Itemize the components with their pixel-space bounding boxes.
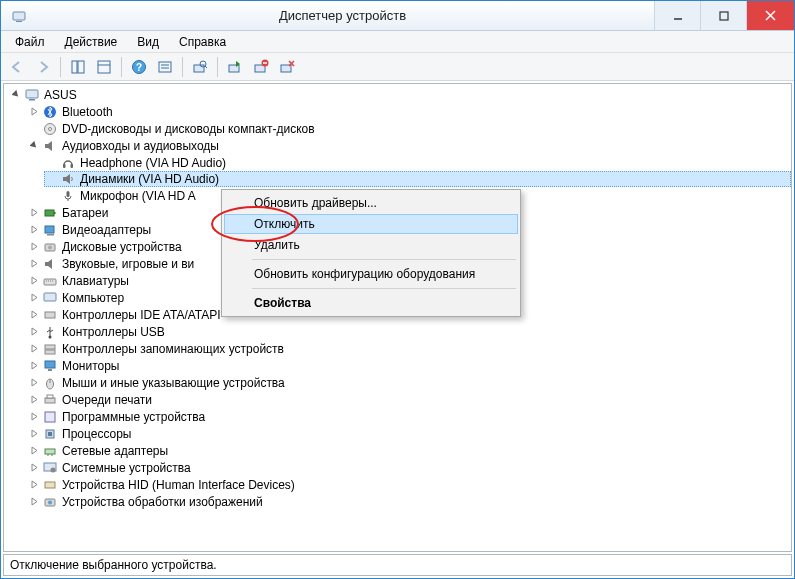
expand-icon[interactable] bbox=[28, 377, 40, 389]
minimize-button[interactable] bbox=[654, 1, 700, 30]
tree-item-dvd[interactable]: DVD-дисководы и дисководы компакт-дисков bbox=[26, 120, 791, 137]
expand-icon[interactable] bbox=[28, 360, 40, 372]
svg-rect-36 bbox=[45, 226, 54, 233]
expand-icon[interactable] bbox=[28, 292, 40, 304]
microphone-icon bbox=[60, 188, 76, 204]
tree-root[interactable]: ASUS bbox=[8, 86, 791, 103]
expand-icon[interactable] bbox=[28, 309, 40, 321]
expand-icon[interactable] bbox=[28, 428, 40, 440]
properties-button[interactable] bbox=[92, 55, 116, 79]
tree-label: Дисковые устройства bbox=[62, 240, 182, 254]
expand-icon[interactable] bbox=[28, 343, 40, 355]
expand-icon[interactable] bbox=[28, 496, 40, 508]
svg-line-17 bbox=[205, 66, 207, 68]
expand-icon[interactable] bbox=[28, 224, 40, 236]
tree-label: Мониторы bbox=[62, 359, 119, 373]
expand-icon[interactable] bbox=[28, 479, 40, 491]
tree-item-print[interactable]: Очереди печати bbox=[26, 391, 791, 408]
toolbar-separator bbox=[60, 57, 61, 77]
tree-item-system[interactable]: Системные устройства bbox=[26, 459, 791, 476]
menu-file[interactable]: Файл bbox=[7, 33, 53, 51]
statusbar: Отключение выбранного устройства. bbox=[3, 554, 792, 576]
tree-item-net[interactable]: Сетевые адаптеры bbox=[26, 442, 791, 459]
bluetooth-icon bbox=[42, 104, 58, 120]
expand-icon[interactable] bbox=[28, 326, 40, 338]
tree-item-software[interactable]: Программные устройства bbox=[26, 408, 791, 425]
svg-rect-18 bbox=[229, 65, 239, 72]
tree-item-monitor[interactable]: Мониторы bbox=[26, 357, 791, 374]
tree-item-usb[interactable]: Контроллеры USB bbox=[26, 323, 791, 340]
monitor-icon bbox=[42, 358, 58, 374]
keyboard-icon bbox=[42, 273, 58, 289]
ctx-properties[interactable]: Свойства bbox=[224, 292, 518, 314]
computer-icon bbox=[24, 87, 40, 103]
update-driver-button[interactable] bbox=[223, 55, 247, 79]
expand-icon[interactable] bbox=[28, 411, 40, 423]
tree-item-cpu[interactable]: Процессоры bbox=[26, 425, 791, 442]
svg-rect-26 bbox=[29, 99, 35, 101]
expand-icon[interactable] bbox=[28, 445, 40, 457]
tree-label: Процессоры bbox=[62, 427, 132, 441]
tree-item-speakers-selected[interactable]: Динамики (VIA HD Audio) bbox=[44, 171, 791, 187]
tree-item-audio[interactable]: Аудиовходы и аудиовыходы bbox=[26, 137, 791, 154]
tree-item-storage[interactable]: Контроллеры запоминающих устройств bbox=[26, 340, 791, 357]
close-button[interactable] bbox=[746, 1, 794, 30]
tree-label: Контроллеры запоминающих устройств bbox=[62, 342, 284, 356]
expand-icon[interactable] bbox=[28, 394, 40, 406]
svg-rect-43 bbox=[45, 312, 55, 318]
uninstall-button[interactable] bbox=[275, 55, 299, 79]
help-button[interactable]: ? bbox=[127, 55, 151, 79]
speaker-icon bbox=[42, 256, 58, 272]
svg-rect-55 bbox=[48, 432, 52, 436]
menu-action[interactable]: Действие bbox=[57, 33, 126, 51]
tree-item-bluetooth[interactable]: Bluetooth bbox=[26, 103, 791, 120]
headphone-icon bbox=[60, 155, 76, 171]
context-menu: Обновить драйверы... Отключить Удалить О… bbox=[221, 189, 521, 317]
tree-label: Сетевые адаптеры bbox=[62, 444, 168, 458]
svg-rect-42 bbox=[44, 293, 56, 301]
app-icon bbox=[7, 4, 31, 28]
tree-item-imaging[interactable]: Устройства обработки изображений bbox=[26, 493, 791, 510]
maximize-button[interactable] bbox=[700, 1, 746, 30]
menu-help[interactable]: Справка bbox=[171, 33, 234, 51]
computer-icon bbox=[42, 290, 58, 306]
tree-label: DVD-дисководы и дисководы компакт-дисков bbox=[62, 122, 315, 136]
back-button[interactable] bbox=[5, 55, 29, 79]
tree-item-hid[interactable]: Устройства HID (Human Interface Devices) bbox=[26, 476, 791, 493]
ctx-delete[interactable]: Удалить bbox=[224, 234, 518, 256]
action-button[interactable] bbox=[153, 55, 177, 79]
tree-label: Батареи bbox=[62, 206, 108, 220]
status-text: Отключение выбранного устройства. bbox=[10, 558, 217, 572]
scan-hardware-button[interactable] bbox=[188, 55, 212, 79]
expand-icon[interactable] bbox=[28, 275, 40, 287]
svg-point-60 bbox=[51, 467, 56, 472]
hid-icon bbox=[42, 477, 58, 493]
svg-point-63 bbox=[48, 500, 52, 504]
device-tree[interactable]: ASUS Bluetooth DVD-дисководы и дисководы… bbox=[3, 83, 792, 552]
ctx-scan-hardware[interactable]: Обновить конфигурацию оборудования bbox=[224, 263, 518, 285]
svg-rect-61 bbox=[45, 482, 55, 488]
expand-icon[interactable] bbox=[28, 258, 40, 270]
expand-icon[interactable] bbox=[28, 462, 40, 474]
collapse-icon[interactable] bbox=[28, 140, 40, 152]
menu-view[interactable]: Вид bbox=[129, 33, 167, 51]
toolbar-separator bbox=[182, 57, 183, 77]
expand-icon[interactable] bbox=[28, 106, 40, 118]
svg-point-44 bbox=[49, 335, 52, 338]
show-hide-tree-button[interactable] bbox=[66, 55, 90, 79]
ctx-update-drivers[interactable]: Обновить драйверы... bbox=[224, 192, 518, 214]
tree-label: ASUS bbox=[44, 88, 77, 102]
tree-label: Устройства HID (Human Interface Devices) bbox=[62, 478, 295, 492]
tree-item-headphone[interactable]: Headphone (VIA HD Audio) bbox=[44, 154, 791, 171]
software-icon bbox=[42, 409, 58, 425]
disable-button[interactable] bbox=[249, 55, 273, 79]
forward-button[interactable] bbox=[31, 55, 55, 79]
ctx-disable[interactable]: Отключить bbox=[224, 214, 518, 234]
tree-item-mouse[interactable]: Мыши и иные указывающие устройства bbox=[26, 374, 791, 391]
expand-icon[interactable] bbox=[28, 241, 40, 253]
collapse-icon[interactable] bbox=[10, 89, 22, 101]
svg-rect-31 bbox=[71, 164, 74, 168]
tree-label: Клавиатуры bbox=[62, 274, 129, 288]
dvd-icon bbox=[42, 121, 58, 137]
expand-icon[interactable] bbox=[28, 207, 40, 219]
